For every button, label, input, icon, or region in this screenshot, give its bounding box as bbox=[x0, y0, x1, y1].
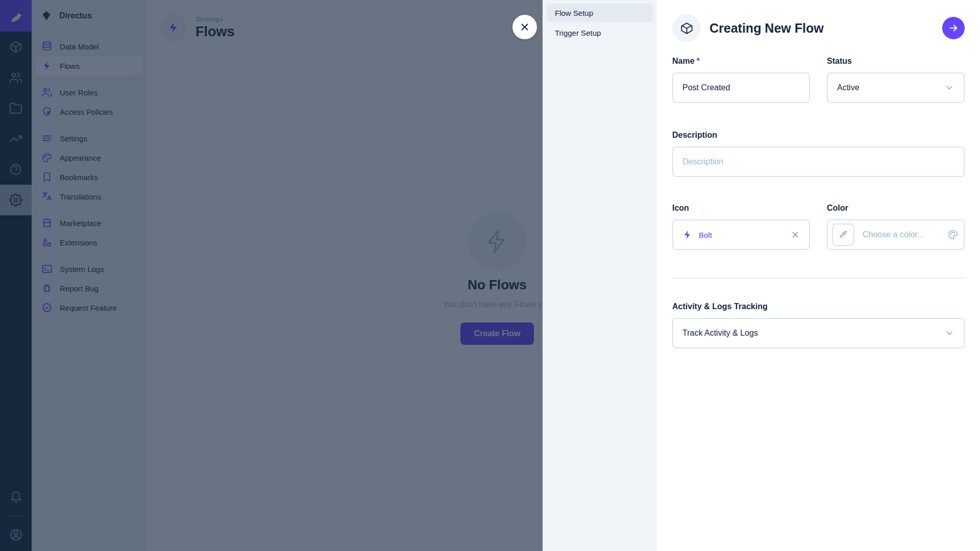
color-label: Color bbox=[827, 204, 965, 213]
description-input-box bbox=[672, 146, 965, 177]
eyedropper-icon bbox=[838, 230, 848, 240]
bolt-icon bbox=[682, 230, 693, 240]
name-label: Name * bbox=[672, 57, 810, 66]
drawer-nav: Flow Setup Trigger Setup bbox=[543, 0, 657, 551]
status-field-group: Status Active bbox=[827, 57, 965, 103]
icon-label: Icon bbox=[672, 204, 810, 213]
form-divider bbox=[672, 278, 965, 279]
description-field-group: Description bbox=[672, 131, 965, 177]
icon-select[interactable]: Bolt bbox=[672, 219, 810, 250]
drawer-header: Creating New Flow bbox=[672, 14, 965, 42]
status-select[interactable]: Active bbox=[827, 72, 965, 103]
color-input-box: Choose a color... bbox=[827, 219, 965, 250]
status-value: Active bbox=[837, 83, 860, 92]
drawer-icon-circle bbox=[672, 14, 701, 42]
tracking-select[interactable]: Track Activity & Logs bbox=[672, 318, 965, 348]
eyedropper-button[interactable] bbox=[832, 223, 854, 246]
form-row-name-status: Name * Status Active bbox=[672, 57, 965, 103]
tracking-field-group: Activity & Logs Tracking Track Activity … bbox=[672, 302, 965, 348]
tracking-value: Track Activity & Logs bbox=[682, 329, 758, 338]
required-asterisk: * bbox=[697, 57, 700, 66]
icon-field-group: Icon Bolt bbox=[672, 204, 810, 250]
name-input[interactable] bbox=[682, 83, 800, 92]
palette-icon bbox=[947, 229, 959, 240]
icon-value: Bolt bbox=[699, 231, 785, 239]
description-label: Description bbox=[672, 131, 965, 140]
create-flow-drawer: Flow Setup Trigger Setup Creating New Fl… bbox=[543, 0, 980, 551]
name-label-text: Name bbox=[672, 57, 695, 66]
chevron-down-icon bbox=[944, 83, 954, 93]
color-field-group: Color Choose a color... bbox=[827, 204, 965, 250]
name-field-group: Name * bbox=[672, 57, 810, 103]
name-input-box bbox=[672, 72, 810, 103]
drawer-tab-trigger-setup[interactable]: Trigger Setup bbox=[547, 23, 653, 42]
palette-picker-button[interactable] bbox=[947, 229, 959, 240]
status-label: Status bbox=[827, 57, 965, 66]
drawer-main: Creating New Flow Name * Status Active bbox=[657, 0, 980, 551]
drawer-title: Creating New Flow bbox=[709, 21, 824, 36]
close-icon bbox=[791, 230, 800, 239]
tracking-label: Activity & Logs Tracking bbox=[672, 302, 965, 311]
drawer-submit-button[interactable] bbox=[942, 17, 965, 39]
description-input[interactable] bbox=[682, 157, 954, 166]
form-row-description: Description bbox=[672, 131, 965, 177]
drawer-close-button[interactable] bbox=[512, 15, 537, 39]
arrow-right-icon bbox=[948, 22, 959, 34]
icon-clear-button[interactable] bbox=[791, 230, 800, 239]
color-placeholder[interactable]: Choose a color... bbox=[863, 230, 947, 239]
chevron-down-icon bbox=[944, 328, 954, 338]
close-icon bbox=[519, 21, 530, 33]
box-3d-icon bbox=[680, 21, 694, 35]
form-row-tracking: Activity & Logs Tracking Track Activity … bbox=[672, 302, 965, 348]
form-row-icon-color: Icon Bolt Color Choose a color... bbox=[672, 204, 965, 250]
drawer-tab-flow-setup[interactable]: Flow Setup bbox=[547, 4, 653, 22]
